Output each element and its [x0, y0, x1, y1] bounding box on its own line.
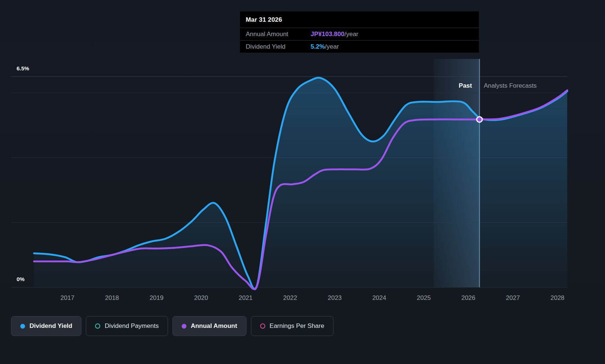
tooltip-value: JP¥103.800 — [311, 31, 345, 38]
past-period-label: Past — [459, 82, 472, 89]
selected-point-marker[interactable] — [477, 117, 482, 122]
x-tick-label: 2020 — [194, 294, 208, 301]
dividend-yield-icon — [20, 324, 25, 329]
x-tick-label: 2028 — [550, 294, 564, 301]
chart-legend: Dividend YieldDividend PaymentsAnnual Am… — [11, 316, 333, 336]
x-tick-label: 2026 — [461, 294, 475, 301]
earnings-per-share-icon — [260, 323, 265, 329]
x-tick-label: 2023 — [328, 294, 342, 301]
analysts-forecasts-label: Analysts Forecasts — [484, 82, 537, 89]
legend-earnings-per-share[interactable]: Earnings Per Share — [251, 316, 333, 336]
x-tick-label: 2024 — [372, 294, 386, 301]
tooltip-suffix: /year — [325, 43, 339, 50]
x-tick-label: 2018 — [105, 294, 119, 301]
dividend-payments-icon — [95, 323, 100, 329]
legend-label: Dividend Yield — [29, 322, 72, 330]
y-axis-max-label: 6.5% — [17, 65, 29, 71]
dividend-chart-panel: 2017201820192020202120222023202420252026… — [0, 0, 605, 364]
annual-amount-icon — [182, 324, 186, 329]
chart-canvas[interactable]: 2017201820192020202120222023202420252026… — [0, 0, 605, 364]
legend-label: Annual Amount — [191, 322, 237, 330]
x-tick-label: 2019 — [150, 294, 164, 301]
tooltip-row-annual-amount: Annual Amount JP¥103.800 /year — [240, 28, 479, 40]
x-tick-label: 2022 — [283, 294, 297, 301]
x-tick-label: 2017 — [60, 294, 74, 301]
tooltip-date: Mar 31 2026 — [240, 11, 479, 28]
legend-label: Dividend Payments — [105, 322, 158, 330]
legend-annual-amount[interactable]: Annual Amount — [172, 316, 246, 336]
legend-dividend-payments[interactable]: Dividend Payments — [86, 316, 168, 336]
x-tick-label: 2027 — [506, 294, 520, 301]
y-axis-zero-label: 0% — [17, 276, 25, 282]
x-tick-label: 2021 — [239, 294, 253, 301]
tooltip-value: 5.2% — [311, 43, 325, 50]
tooltip-label: Annual Amount — [246, 31, 311, 38]
x-tick-label: 2025 — [417, 294, 431, 301]
tooltip-label: Dividend Yield — [246, 43, 311, 50]
legend-label: Earnings Per Share — [270, 322, 324, 330]
tooltip-suffix: /year — [345, 31, 359, 38]
legend-dividend-yield[interactable]: Dividend Yield — [11, 316, 81, 336]
chart-tooltip: Mar 31 2026 Annual Amount JP¥103.800 /ye… — [239, 11, 479, 53]
tooltip-row-dividend-yield: Dividend Yield 5.2% /year — [240, 40, 479, 53]
